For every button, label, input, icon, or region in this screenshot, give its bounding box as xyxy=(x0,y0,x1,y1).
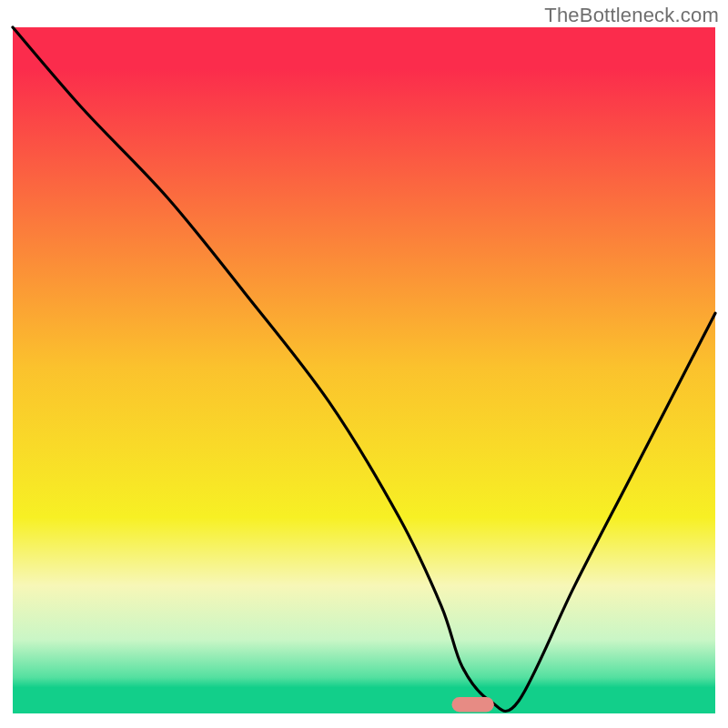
bottleneck-chart: TheBottleneck.com xyxy=(0,0,728,728)
optimal-marker xyxy=(452,697,494,713)
plot-background xyxy=(13,27,715,708)
x-axis-strip xyxy=(13,708,715,713)
watermark-text: TheBottleneck.com xyxy=(544,4,719,27)
chart-svg xyxy=(0,0,728,728)
